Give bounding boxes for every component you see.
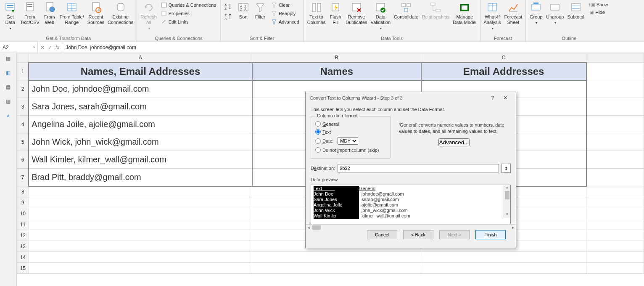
cell[interactable] — [29, 252, 252, 263]
refresh-all-button[interactable]: Refresh All — [139, 1, 158, 34]
clear-filter-button[interactable]: Clear — [270, 2, 290, 8]
data-preview[interactable]: Text GeneralJohn Doe johndoe@gmail.comSa… — [311, 185, 511, 224]
cell[interactable] — [586, 116, 644, 133]
row-header[interactable]: 4 — [17, 116, 29, 133]
row-header[interactable]: 13 — [17, 241, 29, 252]
cell[interactable] — [586, 133, 644, 151]
close-icon[interactable]: ✕ — [499, 95, 512, 101]
cell[interactable] — [586, 186, 644, 197]
cell[interactable] — [29, 208, 252, 219]
hide-detail-button[interactable]: -▣Hide — [588, 9, 606, 15]
sort-button[interactable]: AZZA Sort — [235, 1, 252, 34]
column-header[interactable]: B — [252, 53, 421, 63]
row-header[interactable]: 3 — [17, 98, 29, 116]
flash-fill-button[interactable]: Flash Fill — [327, 1, 344, 34]
destination-input[interactable] — [338, 164, 499, 172]
row-header[interactable]: 2 — [17, 80, 29, 98]
cell[interactable] — [586, 80, 644, 98]
radio-date[interactable]: Date: MDY — [315, 136, 386, 146]
cell[interactable] — [252, 252, 421, 263]
row-header[interactable]: 6 — [17, 151, 29, 169]
consolidate-button[interactable]: Consolidate — [392, 1, 420, 34]
cell[interactable] — [29, 197, 252, 208]
cell[interactable] — [252, 263, 421, 274]
preview-scrollbar-h[interactable]: ◂▸ — [306, 224, 516, 230]
row-header[interactable]: 9 — [17, 197, 29, 208]
fx-icon[interactable]: fx — [55, 45, 59, 50]
existing-connections-button[interactable]: Existing Connections — [106, 1, 135, 34]
what-if-button[interactable]: What-If Analysis — [482, 1, 503, 34]
cell[interactable]: John Doe, johndoe@gmail.com — [29, 80, 252, 98]
group-button[interactable]: Group — [528, 1, 544, 34]
cell[interactable]: Angelina Joile, ajolie@gmail.com — [29, 116, 252, 133]
next-button[interactable]: Next > — [439, 230, 470, 239]
cell[interactable] — [29, 263, 252, 274]
cancel-formula-icon[interactable]: ✕ — [40, 45, 45, 50]
subtotal-button[interactable]: Subtotal — [565, 1, 586, 34]
cancel-button[interactable]: Cancel — [367, 230, 397, 239]
row-header[interactable]: 15 — [17, 263, 29, 274]
cell[interactable] — [29, 230, 252, 241]
row-header[interactable]: 10 — [17, 208, 29, 219]
range-picker-icon[interactable]: ↥ — [501, 164, 511, 173]
cell[interactable]: John Wick, john_wick@gmail.com — [29, 133, 252, 151]
cell[interactable]: Sara Jones, sarah@gmail.com — [29, 98, 252, 116]
column-header[interactable]: C — [421, 53, 586, 63]
enter-formula-icon[interactable]: ✓ — [48, 45, 52, 50]
row-header[interactable]: 14 — [17, 252, 29, 263]
rail-icon-2[interactable]: ◧ — [6, 70, 11, 76]
relationships-button[interactable]: Relationships — [420, 1, 451, 34]
radio-general[interactable]: General — [315, 120, 386, 128]
queries-connections-button[interactable]: Queries & Connections — [160, 2, 217, 8]
back-button[interactable]: < Back — [403, 230, 433, 239]
cell[interactable] — [421, 263, 586, 274]
manage-data-model-button[interactable]: Manage Data Model — [451, 1, 478, 34]
rail-icon-4[interactable]: ▥ — [6, 98, 11, 104]
edit-links-button[interactable]: Edit Links — [160, 19, 190, 25]
rail-icon-3[interactable]: ▤ — [6, 84, 11, 90]
rail-icon-1[interactable]: ▦ — [6, 56, 11, 61]
column-header[interactable]: A — [29, 53, 252, 63]
cell[interactable] — [586, 230, 644, 241]
help-icon[interactable]: ? — [486, 95, 499, 101]
row-header[interactable]: 12 — [17, 230, 29, 241]
from-web-button[interactable]: From Web — [41, 1, 58, 34]
header-cell[interactable]: Names — [252, 63, 421, 80]
forecast-sheet-button[interactable]: Forecast Sheet — [502, 1, 524, 34]
filter-button[interactable]: Filter — [252, 1, 269, 34]
remove-duplicates-button[interactable]: Remove Duplicates — [344, 1, 369, 34]
cell[interactable] — [586, 263, 644, 274]
cell[interactable] — [586, 197, 644, 208]
column-header[interactable] — [586, 53, 644, 63]
cell[interactable] — [586, 208, 644, 219]
row-header[interactable]: 7 — [17, 169, 29, 186]
properties-button[interactable]: Properties — [160, 10, 190, 17]
header-cell[interactable]: Names, Email Addresses — [29, 63, 252, 80]
from-table-range-button[interactable]: From Table/ Range — [58, 1, 86, 34]
row-header[interactable]: 11 — [17, 219, 29, 230]
advanced-filter-button[interactable]: Advanced — [270, 19, 300, 25]
text-to-columns-button[interactable]: Text to Columns — [306, 1, 327, 34]
sort-desc-button[interactable]: ZA — [224, 13, 233, 20]
reapply-button[interactable]: Reapply — [270, 10, 296, 17]
cell[interactable]: Brad Pitt, braddy@gmail.com — [29, 169, 252, 186]
row-header[interactable]: 8 — [17, 186, 29, 197]
header-cell[interactable]: Email Addresses — [421, 63, 586, 80]
cell[interactable] — [586, 169, 644, 186]
cell[interactable] — [29, 186, 252, 197]
date-format-select[interactable]: MDY — [338, 137, 358, 145]
ungroup-button[interactable]: Ungroup — [544, 1, 565, 34]
from-text-csv-button[interactable]: From Text/CSV — [18, 1, 41, 34]
cell[interactable] — [29, 241, 252, 252]
show-detail-button[interactable]: +▣Show — [588, 2, 609, 8]
row-header[interactable]: 5 — [17, 133, 29, 151]
radio-skip[interactable]: Do not import column (skip) — [315, 146, 386, 154]
finish-button[interactable]: Finish — [475, 230, 506, 239]
row-header[interactable]: 1 — [17, 63, 29, 80]
dialog-titlebar[interactable]: Convert Text to Columns Wizard - Step 3 … — [306, 92, 516, 103]
cell[interactable] — [586, 151, 644, 169]
cell[interactable] — [421, 252, 586, 263]
recent-sources-button[interactable]: Recent Sources — [86, 1, 106, 34]
formula-input[interactable]: John Doe, johndoe@gmail.com — [62, 42, 644, 53]
radio-text[interactable]: Text — [315, 128, 386, 136]
